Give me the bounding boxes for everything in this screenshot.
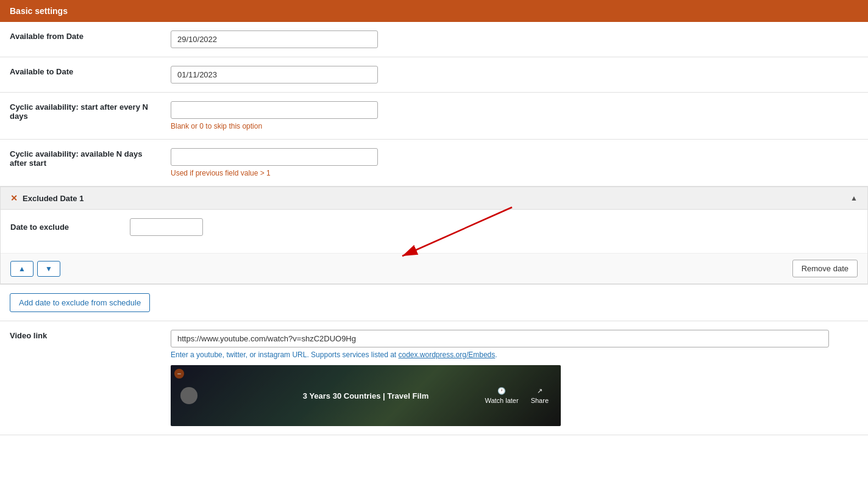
video-link-input[interactable]: [171, 330, 829, 347]
move-down-button[interactable]: ▼: [37, 261, 60, 277]
excluded-date-header: ✕ Excluded Date 1 ▲: [1, 187, 867, 210]
available-from-input[interactable]: [171, 30, 378, 48]
video-icons: 🕐 Watch later ↗ Share: [485, 387, 549, 404]
date-exclude-label: Date to exclude: [10, 222, 120, 232]
watch-later-label: Watch later: [485, 397, 518, 404]
excluded-date-section: ✕ Excluded Date 1 ▲ Date to exclude: [0, 187, 868, 284]
arrow-buttons: ▲ ▼: [10, 261, 60, 277]
clock-icon: 🕐: [497, 387, 506, 395]
excluded-date-header-left: ✕ Excluded Date 1: [10, 193, 84, 203]
date-exclude-input[interactable]: [130, 218, 203, 236]
excluded-date-row: ✕ Excluded Date 1 ▲ Date to exclude: [0, 187, 868, 285]
watch-later-icon-item: 🕐 Watch later: [485, 387, 518, 404]
video-link-hint: Enter a youtube, twitter, or instagram U…: [171, 351, 858, 359]
down-arrow-icon: ▼: [45, 265, 52, 273]
available-to-row: Available to Date: [0, 57, 868, 93]
remove-date-button[interactable]: Remove date: [792, 260, 858, 277]
available-to-label: Available to Date: [0, 57, 171, 93]
available-from-row: Available from Date: [0, 22, 868, 57]
excluded-date-footer: ▲ ▼ Remove date: [1, 253, 867, 283]
video-link-label: Video link: [0, 321, 171, 435]
page-wrapper: Basic settings Available from Date Avail…: [0, 0, 868, 484]
section-title: Basic settings: [10, 6, 68, 16]
move-up-button[interactable]: ▲: [10, 261, 34, 277]
cyclic-days-label: Cyclic availability: available N days af…: [0, 140, 171, 187]
cyclic-days-input[interactable]: [171, 148, 378, 166]
video-thumbnail: − 3 Years 30 Countries | Travel Film 🕐 W…: [171, 365, 561, 426]
cyclic-start-label: Cyclic availability: start after every N…: [0, 93, 171, 140]
video-title: 3 Years 30 Countries | Travel Film: [303, 391, 429, 400]
settings-table: Available from Date Available to Date Cy…: [0, 22, 868, 435]
video-hint-text: Enter a youtube, twitter, or instagram U…: [171, 351, 399, 359]
available-from-label: Available from Date: [0, 22, 171, 57]
video-link-row: Video link Enter a youtube, twitter, or …: [0, 321, 868, 435]
collapse-arrow-icon[interactable]: ▲: [850, 194, 858, 202]
add-date-button[interactable]: Add date to exclude from schedule: [10, 293, 150, 312]
cyclic-start-row: Cyclic availability: start after every N…: [0, 93, 868, 140]
up-arrow-icon: ▲: [18, 265, 26, 273]
cyclic-days-row: Cyclic availability: available N days af…: [0, 140, 868, 187]
cyclic-days-hint: Used if previous field value > 1: [171, 169, 858, 177]
date-exclude-row: Date to exclude: [10, 218, 858, 236]
cyclic-start-hint: Blank or 0 to skip this option: [171, 122, 858, 130]
video-hint-suffix: .: [495, 351, 497, 359]
share-label: Share: [531, 397, 549, 404]
video-hint-link[interactable]: codex.wordpress.org/Embeds: [399, 351, 496, 359]
excluded-date-x-icon[interactable]: ✕: [10, 193, 18, 203]
excluded-date-title: Excluded Date 1: [23, 194, 84, 203]
cyclic-start-input[interactable]: [171, 101, 378, 119]
share-icon: ↗: [537, 387, 542, 395]
add-date-row: Add date to exclude from schedule: [0, 285, 868, 321]
excluded-date-body: Date to exclude: [1, 210, 867, 253]
available-to-input[interactable]: [171, 66, 378, 84]
share-icon-item: ↗ Share: [531, 387, 549, 404]
section-header: Basic settings: [0, 0, 868, 22]
